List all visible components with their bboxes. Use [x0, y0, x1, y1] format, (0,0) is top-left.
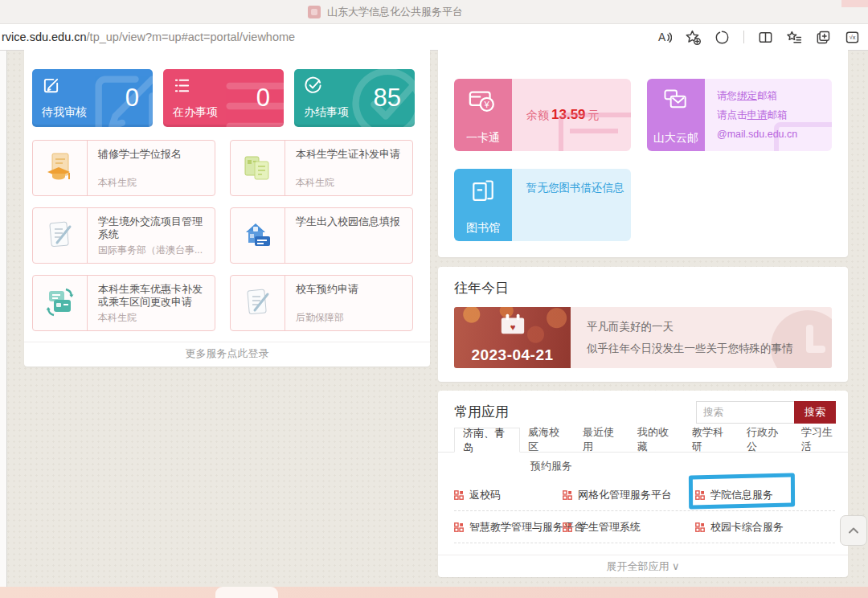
on-this-day-title: 往年今日: [454, 279, 509, 297]
scroll-top-button[interactable]: [840, 515, 867, 546]
degree-cap-icon: [33, 141, 88, 195]
app-grid-management[interactable]: 网格化管理服务平台: [563, 488, 695, 502]
document-pencil-icon: [231, 276, 285, 330]
common-apps-panel: 常用应用 搜索 济南、青岛 威海校区 最近使用 我的收藏 教学科研 行政办公 学…: [438, 391, 848, 577]
add-favorite-icon[interactable]: [686, 30, 701, 45]
pending-review-card[interactable]: 待我审核 0: [32, 69, 153, 127]
completed-card[interactable]: 办结事项 85: [294, 69, 415, 127]
tab-jinan-qingdao[interactable]: 济南、青岛: [454, 428, 520, 453]
app-row: 智慧教学管理与服务平台 学生管理系统 校园卡综合服务: [454, 511, 835, 543]
list-watermark-icon: [216, 69, 284, 127]
edit-watermark-icon: [85, 69, 153, 127]
student-id-icon: [231, 141, 285, 195]
app-student-management[interactable]: 学生管理系统: [563, 520, 695, 535]
service-dept: 国际事务部（港澳台事...: [98, 244, 208, 257]
service-card-campus-entry[interactable]: 学生出入校园信息填报: [230, 207, 413, 264]
service-card-school-bus[interactable]: 校车预约申请 后勤保障部: [230, 275, 413, 331]
tab-study-life[interactable]: 学习生活: [793, 428, 848, 452]
more-services-link[interactable]: 更多服务点此登录: [24, 342, 430, 363]
tab-my-favorites[interactable]: 我的收藏: [629, 428, 684, 452]
common-apps-title: 常用应用: [454, 403, 509, 421]
service-title: 本科生学生证补发申请: [296, 148, 406, 161]
service-card-overseas-exchange[interactable]: 学生境外交流项目管理系统 国际事务部（港澳台事...: [32, 207, 215, 264]
service-card-student-id[interactable]: 本科生学生证补发申请 本科生院: [230, 140, 413, 196]
browser-window: 山东大学信息化公共服务平台 rvice.sdu.edu.cn/tp_up/vie…: [0, 0, 868, 598]
history-date: 2023-04-21: [454, 346, 571, 364]
expand-all-apps[interactable]: 展开全部应用 ∨: [438, 555, 848, 577]
on-this-day-panel: 往年今日 ♥ 2023-04-21 平凡而美好的一天 似乎往年今日没发生一些关于…: [438, 267, 848, 382]
apply-mail-link: 申请: [747, 109, 768, 121]
service-card-minor-degree[interactable]: 辅修学士学位报名 本科生院: [32, 140, 215, 196]
grid-icon: [695, 522, 705, 532]
tab-teaching-research[interactable]: 教学科研: [684, 428, 739, 452]
app-smart-teaching[interactable]: 智慧教学管理与服务平台: [454, 520, 563, 535]
service-card-transit-card[interactable]: 本科生乘车优惠卡补发或乘车区间更改申请 本科生院: [32, 275, 215, 331]
svg-text:¥: ¥: [484, 100, 490, 109]
svg-text:√x: √x: [850, 34, 856, 41]
mail-apply-line[interactable]: 请点击申请邮箱: [717, 109, 788, 121]
tab-reservation[interactable]: 预约服务: [522, 459, 580, 473]
favorites-icon[interactable]: [787, 30, 802, 45]
site-favicon-icon: [308, 6, 321, 18]
history-line2: 似乎往年今日没发生一些关于您特殊的事情: [587, 338, 832, 359]
cloud-mail-body: 请您绑定邮箱 请点击申请邮箱 @mail.sdu.edu.cn: [705, 79, 832, 151]
mail-bind-line[interactable]: 请您绑定邮箱: [717, 90, 777, 101]
chevron-up-icon: [847, 524, 860, 537]
service-dept: 本科生院: [98, 176, 208, 190]
cloud-mail-badge: 山大云邮: [647, 79, 705, 151]
service-dept: 后勤保障部: [296, 311, 406, 325]
copilot-icon[interactable]: [714, 30, 730, 45]
library-body: 暂无您图书借还信息: [512, 169, 631, 241]
tab-title: 山东大学信息化公共服务平台: [327, 5, 463, 19]
card-watermark-icon: [559, 113, 631, 151]
cloud-mail-widget[interactable]: 山大云邮 请您绑定邮箱 请点击申请邮箱 @mail.sdu.edu.cn: [647, 79, 832, 151]
grid-icon: [563, 490, 572, 500]
app-row: 返校码 网格化管理服务平台 学院信息服务: [454, 479, 835, 511]
library-widget[interactable]: 图书馆 暂无您图书借还信息: [454, 169, 631, 241]
url-field[interactable]: rvice.sdu.edu.cn/tp_up/view?m=up#act=por…: [2, 24, 295, 50]
list-icon: [173, 76, 191, 95]
read-aloud-icon[interactable]: A: [657, 30, 672, 45]
house-card-icon: [231, 208, 285, 263]
url-domain: rvice.sdu.edu.cn: [2, 31, 87, 43]
tab-weihai[interactable]: 威海校区: [520, 428, 575, 452]
search-button[interactable]: 搜索: [794, 401, 836, 424]
service-dept: 本科生院: [296, 176, 406, 190]
url-path: /tp_up/view?m=up#act=portal/viewhome: [87, 31, 296, 43]
app-college-info[interactable]: 学院信息服务: [695, 488, 835, 502]
split-screen-icon[interactable]: [758, 30, 773, 45]
on-this-day-banner: ♥ 2023-04-21 平凡而美好的一天 似乎往年今日没发生一些关于您特殊的事…: [454, 307, 832, 368]
cloud-mail-label: 山大云邮: [647, 131, 705, 145]
stat-cards: 待我审核 0 在办事项 0: [32, 69, 422, 127]
service-title: 本科生乘车优惠卡补发或乘车区间更改申请: [98, 283, 208, 309]
browser-tab-bar: 山东大学信息化公共服务平台: [0, 0, 868, 24]
bind-mail-link: 绑定: [737, 90, 757, 101]
browser-toolbar: A √x: [657, 24, 860, 50]
app-search: 搜索: [696, 401, 836, 424]
browser-url-bar: rvice.sdu.edu.cn/tp_up/view?m=up#act=por…: [0, 24, 868, 51]
math-solver-icon[interactable]: √x: [845, 30, 860, 45]
grid-icon: [454, 522, 464, 532]
svg-text:♥: ♥: [510, 322, 515, 332]
service-title: 学生出入校园信息填报: [296, 215, 406, 228]
in-progress-card[interactable]: 在办事项 0: [163, 69, 284, 127]
service-cards: 辅修学士学位报名 本科生院 本科生学生证补发申请 本科生院: [32, 140, 422, 331]
tab-recent[interactable]: 最近使用: [575, 428, 629, 452]
toolbar-divider: [743, 31, 744, 43]
campus-card-body: 余额13.59元: [512, 79, 631, 151]
collections-icon[interactable]: [816, 30, 831, 45]
grid-icon: [695, 490, 705, 500]
campus-card-widget[interactable]: ¥ 一卡通 余额13.59元: [454, 79, 631, 151]
search-input[interactable]: [696, 401, 794, 424]
tab-admin-office[interactable]: 行政办公: [739, 428, 793, 452]
mail-watermark-icon: [774, 122, 832, 151]
browser-tab[interactable]: 山东大学信息化公共服务平台: [308, 0, 463, 24]
bottom-tab-fragment: [215, 587, 278, 598]
app-campus-card-services[interactable]: 校园卡综合服务: [695, 520, 835, 535]
stat-label: 办结事项: [304, 105, 349, 120]
library-label: 图书馆: [454, 221, 512, 236]
history-line1: 平凡而美好的一天: [587, 316, 832, 338]
app-return-code[interactable]: 返校码: [454, 488, 563, 502]
campus-card-badge: ¥ 一卡通: [454, 79, 512, 151]
todo-services-panel: 待我审核 0 在办事项 0: [24, 50, 430, 367]
